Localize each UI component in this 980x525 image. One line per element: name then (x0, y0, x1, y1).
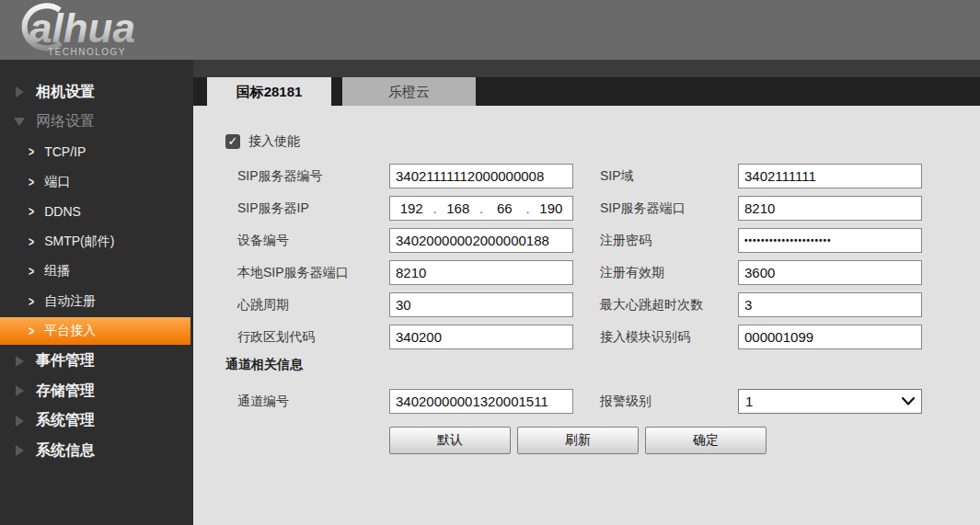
tab-bar: 国标28181 乐橙云 (193, 60, 980, 106)
form-row: 设备编号 注册密码 ••••••••••••••••••••• (237, 228, 980, 253)
sip-domain-input[interactable] (738, 164, 922, 188)
sidebar-item-platform-access[interactable]: > 平台接入 (0, 317, 190, 345)
sidebar-item-network-settings[interactable]: 网络设置 (0, 108, 193, 138)
logo-subtext: TECHNOLOGY (48, 47, 126, 57)
header-bar: alhua TECHNOLOGY (0, 0, 980, 60)
enable-row: ✓ 接入使能 (225, 133, 980, 150)
field-label-sip-server-port: SIP服务器端口 (600, 200, 738, 217)
chevron-right-icon: > (29, 204, 34, 219)
dahua-logo-graphic: alhua TECHNOLOGY (9, 2, 184, 59)
field-label-alarm-level: 报警级别 (600, 394, 738, 410)
field-label-sip-domain: SIP域 (600, 168, 738, 185)
sidebar-item-storage-management[interactable]: 存储管理 (0, 376, 193, 406)
dahua-logo: alhua TECHNOLOGY (9, 2, 184, 63)
form-row: 心跳周期 最大心跳超时次数 (237, 292, 980, 317)
field-label-heartbeat-period: 心跳周期 (237, 297, 389, 314)
register-password-input[interactable]: ••••••••••••••••••••• (738, 228, 922, 253)
refresh-button[interactable]: 刷新 (517, 427, 639, 454)
register-validity-input[interactable] (738, 260, 922, 285)
enable-checkbox[interactable]: ✓ (225, 134, 240, 149)
chevron-right-icon: > (29, 234, 34, 249)
field-label-admin-region-code: 行政区划代码 (237, 329, 389, 346)
button-row: 默认 刷新 确定 (389, 427, 980, 454)
tab-lechengyun[interactable]: 乐橙云 (342, 77, 476, 106)
field-label-access-module-id: 接入模块识别码 (600, 329, 738, 346)
chevron-right-icon: > (29, 294, 34, 309)
sidebar-item-event-management[interactable]: 事件管理 (0, 347, 193, 377)
field-label-device-id: 设备编号 (237, 233, 389, 249)
ok-button[interactable]: 确定 (645, 427, 767, 454)
sidebar-nav: 相机设置 网络设置 > TCP/IP > 端口 > DDNS > SMTP(邮件… (0, 60, 193, 525)
sidebar-item-system-management[interactable]: 系统管理 (0, 406, 193, 437)
sidebar-item-tcpip[interactable]: > TCP/IP (0, 137, 193, 167)
sidebar-item-system-info[interactable]: 系统信息 (0, 436, 193, 466)
sip-server-port-input[interactable] (738, 196, 922, 221)
collapsed-triangle-icon (12, 86, 27, 97)
sidebar-item-port[interactable]: > 端口 (0, 167, 193, 198)
sidebar-item-auto-register[interactable]: > 自动注册 (0, 287, 193, 317)
admin-region-code-input[interactable] (389, 325, 573, 349)
chevron-right-icon: > (29, 175, 34, 189)
field-label-sip-server-id: SIP服务器编号 (237, 168, 389, 185)
alarm-level-select[interactable]: 1 (738, 389, 922, 414)
field-label-register-validity: 注册有效期 (600, 265, 738, 281)
chevron-right-icon: > (29, 144, 34, 159)
sidebar-item-smtp[interactable]: > SMTP(邮件) (0, 227, 193, 257)
sidebar-item-camera-settings[interactable]: 相机设置 (0, 77, 193, 108)
chevron-right-icon: > (29, 324, 34, 338)
chevron-down-icon (902, 397, 915, 405)
tab-gb28181[interactable]: 国标28181 (207, 77, 331, 106)
logo-word: alhua (29, 6, 135, 51)
sidebar-item-ddns[interactable]: > DDNS (0, 197, 193, 227)
field-label-local-sip-port: 本地SIP服务器端口 (237, 265, 389, 281)
sip-server-ip-input[interactable]: 192. 168. 66. 190 (389, 196, 573, 221)
field-label-max-heartbeat-timeout: 最大心跳超时次数 (600, 297, 738, 314)
field-label-channel-id: 通道编号 (237, 394, 389, 410)
collapsed-triangle-icon (12, 385, 27, 396)
form-row: 本地SIP服务器端口 注册有效期 (237, 260, 980, 285)
channel-info-section-header: 通道相关信息 (225, 357, 980, 375)
sidebar-item-multicast[interactable]: > 组播 (0, 257, 193, 287)
sip-server-id-input[interactable] (389, 164, 573, 188)
default-button[interactable]: 默认 (389, 427, 511, 454)
dahua-web-ui: alhua TECHNOLOGY 相机设置 网络设置 > TCP/IP > 端口… (0, 0, 980, 525)
device-id-input[interactable] (389, 228, 573, 253)
form-row: SIP服务器编号 SIP域 (237, 164, 980, 188)
form-row: 通道编号 报警级别 1 (237, 389, 980, 414)
collapsed-triangle-icon (12, 356, 27, 367)
form-row: 行政区划代码 接入模块识别码 (237, 325, 980, 349)
channel-id-input[interactable] (389, 389, 573, 414)
local-sip-port-input[interactable] (389, 260, 573, 285)
max-heartbeat-timeout-input[interactable] (738, 292, 922, 317)
access-module-id-input[interactable] (738, 325, 922, 349)
checkmark-icon: ✓ (228, 134, 238, 148)
chevron-right-icon: > (29, 264, 34, 279)
gb28181-settings-panel: ✓ 接入使能 SIP服务器编号 SIP域 SIP服务器IP 192. 168. … (193, 106, 980, 525)
collapsed-triangle-icon (12, 416, 27, 427)
heartbeat-period-input[interactable] (389, 292, 573, 317)
field-label-sip-server-ip: SIP服务器IP (237, 200, 389, 217)
collapsed-triangle-icon (12, 445, 27, 456)
field-label-register-password: 注册密码 (600, 233, 738, 249)
enable-label: 接入使能 (248, 133, 300, 150)
form-row: SIP服务器IP 192. 168. 66. 190 SIP服务器端口 (237, 196, 980, 221)
expanded-triangle-icon (12, 118, 27, 126)
